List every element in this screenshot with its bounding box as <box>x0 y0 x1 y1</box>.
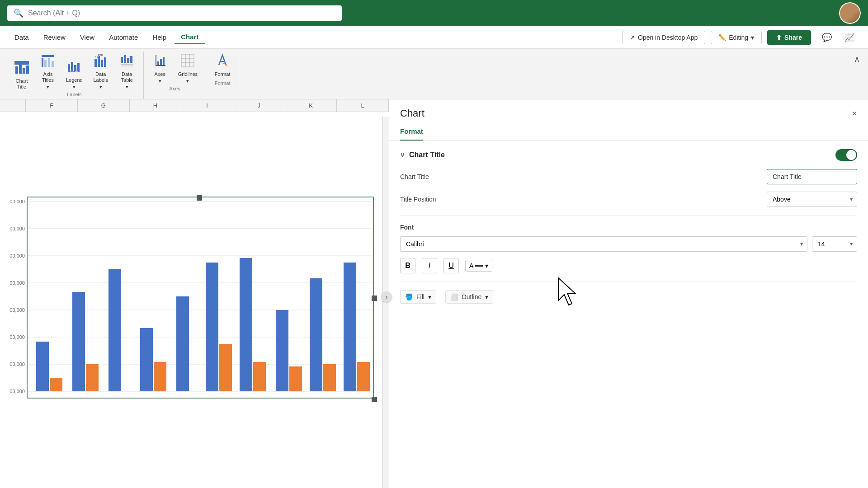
svg-rect-29 <box>156 55 156 66</box>
svg-rect-1 <box>15 66 18 74</box>
avatar[interactable] <box>839 2 861 24</box>
panel-expand-button[interactable]: › <box>381 291 392 302</box>
svg-rect-76 <box>372 397 377 402</box>
svg-rect-57 <box>72 292 85 391</box>
spreadsheet-area: F G H I J K L 00,000 00,000 <box>0 99 868 488</box>
search-box[interactable]: 🔍 <box>7 5 342 21</box>
title-position-select[interactable]: Above Below Overlay <box>767 192 857 207</box>
svg-rect-74 <box>197 195 202 201</box>
section-divider-2 <box>400 282 857 282</box>
svg-rect-61 <box>154 362 166 391</box>
svg-rect-12 <box>74 65 76 72</box>
data-labels-icon: 123 456 <box>93 53 109 70</box>
font-family-select[interactable]: Calibri Arial Times New Roman Verdana <box>400 236 807 252</box>
font-color-chevron-icon: ▾ <box>485 262 488 269</box>
gridlines-button[interactable]: Gridlines ▾ <box>175 52 201 86</box>
chart-title-toggle[interactable] <box>835 149 857 161</box>
section-title: Chart Title <box>409 151 445 159</box>
svg-text:00,000: 00,000 <box>9 226 25 231</box>
svg-rect-14 <box>68 71 71 72</box>
svg-rect-28 <box>121 66 133 66</box>
panel-close-button[interactable]: × <box>852 108 857 119</box>
svg-rect-13 <box>77 63 80 72</box>
chart-title-icon <box>14 60 30 77</box>
data-labels-button[interactable]: 123 456 DataLabels ▾ <box>89 52 113 92</box>
svg-text:00,000: 00,000 <box>9 253 25 258</box>
menu-item-view[interactable]: View <box>74 31 101 44</box>
col-header-l[interactable]: L <box>337 99 389 112</box>
svg-rect-23 <box>121 57 123 63</box>
svg-rect-65 <box>240 258 252 391</box>
title-position-select-wrapper: Above Below Overlay ▾ <box>767 192 857 207</box>
axes-icon <box>152 53 168 70</box>
col-header-f[interactable]: F <box>26 99 78 112</box>
svg-rect-60 <box>140 328 153 391</box>
share-button[interactable]: ⬆ Share <box>767 30 811 45</box>
axis-titles-button[interactable]: AxisTitles ▾ <box>36 52 60 92</box>
svg-rect-25 <box>127 58 129 63</box>
col-header-i[interactable]: I <box>181 99 233 112</box>
format-group-label: Format <box>211 80 234 88</box>
font-size-select[interactable]: 10 11 12 14 16 18 <box>812 236 857 252</box>
svg-rect-32 <box>160 59 162 65</box>
menu-item-data[interactable]: Data <box>8 31 35 44</box>
svg-rect-2 <box>19 65 22 74</box>
menu-item-review[interactable]: Review <box>37 31 72 44</box>
format-button[interactable]: Format <box>211 52 234 79</box>
svg-rect-19 <box>98 56 100 67</box>
bold-button[interactable]: B <box>400 258 415 273</box>
tab-format[interactable]: Format <box>400 123 423 141</box>
legend-button[interactable]: Legend ▾ <box>62 57 86 92</box>
svg-rect-7 <box>44 60 47 67</box>
open-desktop-icon: ↗ <box>630 34 635 41</box>
panel-header: Chart × <box>389 99 868 119</box>
menu-item-chart[interactable]: Chart <box>175 30 205 44</box>
axes-label: Axes <box>154 71 165 77</box>
svg-text:00,000: 00,000 <box>9 280 25 286</box>
axis-titles-dropdown-icon: ▾ <box>47 84 49 90</box>
fill-label: Fill <box>416 293 425 300</box>
fill-button[interactable]: 🪣 Fill ▾ <box>400 290 436 304</box>
underline-button[interactable]: U <box>443 258 459 273</box>
menu-item-help[interactable]: Help <box>146 31 173 44</box>
col-header-j[interactable]: J <box>233 99 285 112</box>
font-color-button[interactable]: A ▾ <box>465 260 492 272</box>
gridlines-icon <box>179 53 196 70</box>
svg-rect-3 <box>23 68 25 74</box>
gridlines-dropdown-icon: ▾ <box>186 78 189 84</box>
font-color-label: A <box>469 262 473 269</box>
svg-rect-8 <box>48 58 50 67</box>
activity-icon-button[interactable]: 📈 <box>839 29 860 46</box>
col-header-g[interactable]: G <box>78 99 130 112</box>
section-divider-1 <box>400 215 857 216</box>
search-input[interactable] <box>28 9 335 17</box>
axes-dropdown-icon: ▾ <box>159 78 161 84</box>
chart-title-label: ChartTitle <box>16 78 28 90</box>
data-table-button[interactable]: DataTable ▾ <box>115 52 139 92</box>
ribbon-collapse-icon[interactable]: ∧ <box>851 52 863 67</box>
legend-dropdown-icon: ▾ <box>73 84 75 90</box>
editing-button[interactable]: ✏️ Editing ▾ <box>711 31 762 44</box>
axes-button[interactable]: Axes ▾ <box>148 52 172 86</box>
open-desktop-button[interactable]: ↗ Open in Desktop App <box>622 31 705 44</box>
font-size-wrapper: 10 11 12 14 16 18 ▾ <box>812 236 857 252</box>
chart-title-input[interactable] <box>767 169 857 184</box>
svg-rect-55 <box>36 342 49 391</box>
outline-button[interactable]: ⬜ Outline ▾ <box>445 290 493 304</box>
open-desktop-label: Open in Desktop App <box>638 34 698 41</box>
svg-rect-27 <box>121 64 133 65</box>
chart-title-row: Chart Title <box>400 169 857 184</box>
section-chevron-icon[interactable]: ∨ <box>400 151 405 159</box>
col-header-h[interactable]: H <box>130 99 182 112</box>
search-icon: 🔍 <box>14 8 24 18</box>
svg-rect-63 <box>206 263 218 391</box>
svg-rect-62 <box>176 296 189 391</box>
chart-title-button[interactable]: ChartTitle <box>10 58 33 92</box>
data-table-label: DataTable <box>121 71 133 83</box>
comments-icon-button[interactable]: 💬 <box>816 29 837 46</box>
svg-text:00,000: 00,000 <box>9 389 25 394</box>
italic-button[interactable]: I <box>422 258 437 273</box>
col-header-k[interactable]: K <box>285 99 337 112</box>
menu-item-automate[interactable]: Automate <box>103 31 144 44</box>
svg-rect-15 <box>71 71 74 72</box>
